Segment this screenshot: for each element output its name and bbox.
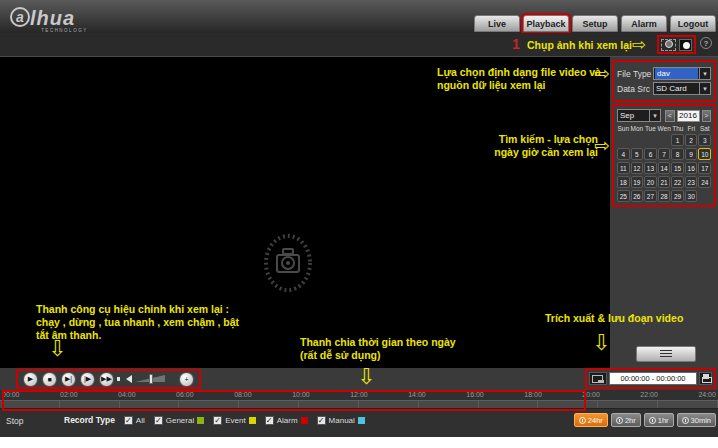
calendar-day-30[interactable]: 30 bbox=[685, 190, 698, 202]
stop-button[interactable]: ■ bbox=[42, 372, 57, 387]
timeline-track[interactable] bbox=[0, 400, 718, 409]
calendar-day-15[interactable]: 15 bbox=[671, 162, 684, 174]
calendar-day-28[interactable]: 28 bbox=[658, 190, 671, 202]
timeline-tick-label: 14:00 bbox=[408, 391, 426, 398]
checkbox-general[interactable]: ✓ bbox=[154, 416, 163, 425]
save-icon[interactable] bbox=[699, 372, 712, 385]
tab-playback[interactable]: Playback bbox=[523, 15, 569, 32]
file-type-value: dav bbox=[655, 68, 698, 79]
calendar-day-12[interactable]: 12 bbox=[631, 162, 644, 174]
tab-live[interactable]: Live bbox=[474, 15, 520, 32]
record-icon[interactable] bbox=[679, 39, 692, 51]
file-list-button[interactable] bbox=[636, 346, 696, 362]
calendar-day-3[interactable]: 3 bbox=[698, 134, 711, 146]
timeline-tick-label: 02:00 bbox=[60, 391, 78, 398]
timeline-segment[interactable] bbox=[598, 401, 658, 408]
zoom-24hr-button[interactable]: 24hr bbox=[574, 413, 608, 427]
prev-year-button[interactable]: < bbox=[665, 110, 675, 122]
clip-range-field[interactable]: 00:00:00 - 00:00:00 bbox=[609, 372, 697, 385]
calendar-day-25[interactable]: 25 bbox=[617, 190, 630, 202]
clock-icon bbox=[579, 417, 586, 424]
play-by-frame-button[interactable]: ▶| bbox=[61, 372, 76, 387]
calendar-day-18[interactable]: 18 bbox=[617, 176, 630, 188]
record-type-label: Record Type bbox=[64, 415, 115, 425]
fast-play-button[interactable]: ▶▶ bbox=[99, 372, 114, 387]
calendar-week-row: 18192021222324 bbox=[617, 176, 711, 188]
calendar-day-9[interactable]: 9 bbox=[685, 148, 698, 160]
chevron-down-icon: ▾ bbox=[699, 83, 710, 94]
data-src-select[interactable]: SD Card ▾ bbox=[653, 82, 711, 95]
timeline-zoom-buttons: 24hr2hr1hr30min bbox=[574, 413, 716, 427]
calendar-day-2[interactable]: 2 bbox=[685, 134, 698, 146]
file-type-select[interactable]: dav ▾ bbox=[653, 67, 711, 80]
timeline-segment[interactable] bbox=[658, 401, 718, 408]
play-button[interactable]: ▶ bbox=[23, 372, 38, 387]
calendar-day-22[interactable]: 22 bbox=[671, 176, 684, 188]
snapshot-icon[interactable] bbox=[661, 39, 676, 51]
calendar-day-grid: 1234567891011121314151617181920212223242… bbox=[617, 134, 711, 202]
timeline-segment[interactable] bbox=[60, 401, 120, 408]
timeline-segment[interactable] bbox=[0, 401, 60, 408]
timeline-segment[interactable] bbox=[538, 401, 598, 408]
record-type-all: ✓All bbox=[124, 416, 145, 425]
checkbox-event[interactable]: ✓ bbox=[213, 416, 222, 425]
record-type-name: Alarm bbox=[277, 416, 298, 425]
calendar-day-24[interactable]: 24 bbox=[698, 176, 711, 188]
calendar-day-5[interactable]: 5 bbox=[631, 148, 644, 160]
playback-buttons: ▶■▶||▶▶▶ bbox=[23, 372, 114, 387]
timeline-segment[interactable] bbox=[419, 401, 479, 408]
timeline-segment[interactable] bbox=[299, 401, 359, 408]
volume-slider[interactable] bbox=[135, 374, 169, 384]
weekday-label: Mon bbox=[630, 125, 643, 132]
checkbox-all[interactable]: ✓ bbox=[124, 416, 133, 425]
calendar-day-11[interactable]: 11 bbox=[617, 162, 630, 174]
clip-icon[interactable] bbox=[589, 372, 607, 385]
help-icon[interactable]: ? bbox=[700, 37, 712, 49]
calendar-day-16[interactable]: 16 bbox=[685, 162, 698, 174]
calendar-day-21[interactable]: 21 bbox=[658, 176, 671, 188]
calendar-day-4[interactable]: 4 bbox=[617, 148, 630, 160]
color-swatch bbox=[358, 417, 365, 424]
zoom-1hr-button[interactable]: 1hr bbox=[644, 413, 674, 427]
calendar-day-19[interactable]: 19 bbox=[631, 176, 644, 188]
timeline-segment[interactable] bbox=[120, 401, 180, 408]
calendar-day-27[interactable]: 27 bbox=[644, 190, 657, 202]
volume-slider-thumb[interactable] bbox=[149, 374, 153, 384]
calendar-day-6[interactable]: 6 bbox=[644, 148, 657, 160]
tab-alarm[interactable]: Alarm bbox=[621, 15, 667, 32]
volume-icon[interactable] bbox=[126, 375, 132, 383]
calendar-day-20[interactable]: 20 bbox=[644, 176, 657, 188]
calendar-day-1[interactable]: 1 bbox=[671, 134, 684, 146]
chevron-down-icon: ▾ bbox=[649, 110, 660, 121]
calendar-day-26[interactable]: 26 bbox=[631, 190, 644, 202]
annotation-file-type: Lựa chọn định dạng file video và nguồn d… bbox=[437, 66, 601, 92]
calendar-day-23[interactable]: 23 bbox=[685, 176, 698, 188]
timeline-bar[interactable]: 00:0002:0004:0006:0008:0010:0012:0014:00… bbox=[0, 390, 718, 412]
dahua-logo-subtext: TECHNOLOGY bbox=[41, 28, 88, 33]
slow-play-button[interactable]: |▶ bbox=[80, 372, 95, 387]
calendar-day-8[interactable]: 8 bbox=[671, 148, 684, 160]
tab-setup[interactable]: Setup bbox=[572, 15, 618, 32]
calendar-day-7[interactable]: 7 bbox=[658, 148, 671, 160]
calendar-day-10[interactable]: 10 bbox=[698, 148, 711, 160]
checkbox-alarm[interactable]: ✓ bbox=[265, 416, 274, 425]
rules-button[interactable]: + bbox=[179, 372, 194, 387]
calendar-day-14[interactable]: 14 bbox=[658, 162, 671, 174]
tab-logout[interactable]: Logout bbox=[670, 15, 716, 32]
checkbox-manual[interactable]: ✓ bbox=[317, 416, 326, 425]
record-type-name: All bbox=[136, 416, 145, 425]
weekday-header: SunMonTueWenThuFriSat bbox=[617, 125, 711, 132]
zoom-2hr-button[interactable]: 2hr bbox=[611, 413, 641, 427]
zoom-30min-button[interactable]: 30min bbox=[677, 413, 716, 427]
calendar-day-29[interactable]: 29 bbox=[671, 190, 684, 202]
timeline-segment[interactable] bbox=[359, 401, 419, 408]
timeline-segment[interactable] bbox=[479, 401, 539, 408]
next-year-button[interactable]: > bbox=[702, 110, 712, 122]
calendar-day-17[interactable]: 17 bbox=[698, 162, 711, 174]
timeline-segment[interactable] bbox=[179, 401, 239, 408]
calendar-day-13[interactable]: 13 bbox=[644, 162, 657, 174]
timeline-tick-label: 00:00 bbox=[2, 391, 20, 398]
month-select[interactable]: Sep ▾ bbox=[617, 109, 661, 122]
annotation-arrow-right-icon: ⇨ bbox=[594, 64, 610, 83]
timeline-segment[interactable] bbox=[239, 401, 299, 408]
